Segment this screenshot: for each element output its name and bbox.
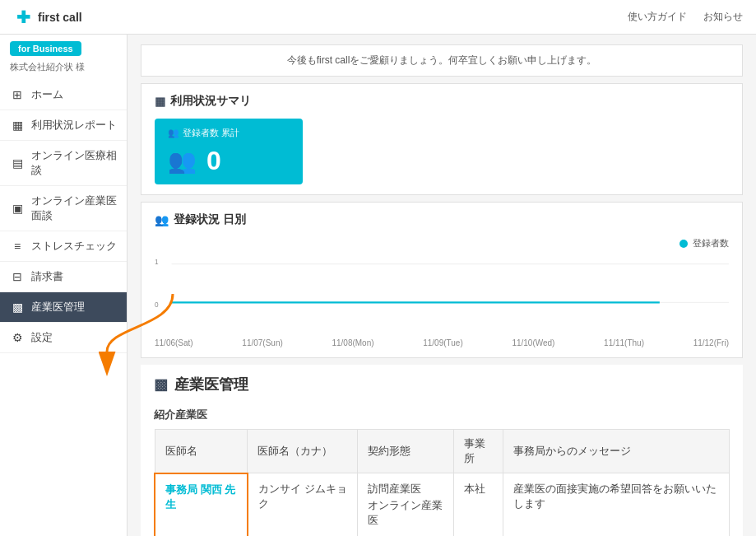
sidebar-item-label: オンライン医療相談 xyxy=(31,148,117,178)
sidebar-item-label: 設定 xyxy=(31,330,53,345)
table-header: 医師名 医師名（カナ） 契約形態 事業所 事務局からのメッセージ xyxy=(155,430,730,473)
card-number: 0 xyxy=(206,146,221,176)
sidebar-item-settings[interactable]: ⚙ 設定 xyxy=(0,323,127,353)
contract-type-0: 訪問産業医 xyxy=(368,482,443,496)
chart-section: 👥 登録状況 日別 登録者数 1 0 1 xyxy=(141,202,743,358)
page-wrapper: for Business 株式会社紹介状 様 ⊞ ホーム ▦ 利用状況レポート … xyxy=(0,35,756,536)
chart-label-6: 11/12(Fri) xyxy=(693,338,729,347)
chart-svg: 1 0 xyxy=(155,254,729,312)
legend-dot xyxy=(679,240,688,248)
sidebar-item-online-occupational[interactable]: ▣ オンライン産業医面談 xyxy=(0,186,127,231)
sidebar-item-label: 利用状況レポート xyxy=(31,118,117,133)
contract-types: 訪問産業医 オンライン産業医 xyxy=(368,482,443,528)
summary-cards: 👥 登録者数 累計 👥 0 xyxy=(155,119,729,184)
chart-label-4: 11/10(Wed) xyxy=(512,338,554,347)
th-contract: 契約形態 xyxy=(357,430,453,473)
top-message: 今後もfirst callをご愛顧りましょう。何卒宜しくお願い申し上げます。 xyxy=(141,44,743,77)
table-body: 事務局 関西 先生 カンサイ ジムキョク 訪問産業医 オンライン産業医 本社 産… xyxy=(155,473,730,537)
app-name: first call xyxy=(38,11,82,24)
mgmt-icon: ▩ xyxy=(10,301,25,314)
summary-title-icon: ▦ xyxy=(155,95,165,108)
chart-title-icon: 👥 xyxy=(155,213,169,226)
section-main-icon: ▩ xyxy=(154,375,168,394)
sidebar-item-billing[interactable]: ⊟ 請求書 xyxy=(0,262,127,292)
chart-label-2: 11/08(Mon) xyxy=(332,338,373,347)
card-value-row: 👥 0 xyxy=(168,146,290,176)
sidebar: for Business 株式会社紹介状 様 ⊞ ホーム ▦ 利用状況レポート … xyxy=(0,35,128,536)
content-area: 今後もfirst callをご愛顧りましょう。何卒宜しくお願い申し上げます。 ▦… xyxy=(128,35,756,536)
notification-link[interactable]: お知らせ xyxy=(703,10,743,24)
th-office: 事業所 xyxy=(453,430,503,473)
table-row: 事務局 関西 先生 カンサイ ジムキョク 訪問産業医 オンライン産業医 本社 産… xyxy=(155,473,730,537)
occupational-mgmt-section: ▩ 産業医管理 紹介産業医 医師名 医師名（カナ） 契約形態 事業所 事務局から… xyxy=(141,365,743,536)
summary-title: ▦ 利用状況サマリ xyxy=(155,94,729,109)
sidebar-item-stress-check[interactable]: ≡ ストレスチェック xyxy=(0,231,127,262)
chart-label-5: 11/11(Thu) xyxy=(604,338,644,347)
section-main-title: ▩ 産業医管理 xyxy=(154,365,730,401)
header: ✚ first call 使い方ガイド お知らせ xyxy=(0,0,756,35)
office-cell: 本社 xyxy=(453,473,503,537)
th-kana: 医師名（カナ） xyxy=(248,430,357,473)
stress-icon: ≡ xyxy=(10,240,25,253)
occupational-icon: ▣ xyxy=(10,202,25,215)
people-icon-large: 👥 xyxy=(168,147,197,175)
sidebar-item-label: 産業医管理 xyxy=(31,300,85,315)
sidebar-item-label: ストレスチェック xyxy=(31,239,117,254)
table-header-row: 医師名 医師名（カナ） 契約形態 事業所 事務局からのメッセージ xyxy=(155,430,730,473)
sidebar-item-usage-report[interactable]: ▦ 利用状況レポート xyxy=(0,110,127,141)
chart-legend: 登録者数 xyxy=(155,237,729,249)
sidebar-item-occupational-mgmt[interactable]: ▩ 産業医管理 xyxy=(0,292,127,323)
report-icon: ▦ xyxy=(10,119,25,132)
sidebar-item-label: 請求書 xyxy=(31,269,63,284)
doctor-name-link[interactable]: 事務局 関西 先生 xyxy=(165,483,235,510)
cross-icon: ✚ xyxy=(16,7,30,27)
logo: ✚ first call xyxy=(13,7,82,27)
chart-label-3: 11/09(Tue) xyxy=(423,338,463,347)
svg-text:0: 0 xyxy=(155,301,159,310)
card-title: 👥 登録者数 累計 xyxy=(168,127,290,139)
th-message: 事務局からのメッセージ xyxy=(503,430,730,473)
intro-label: 紹介産業医 xyxy=(154,401,730,429)
chart-area: 1 0 xyxy=(155,254,729,337)
medical-icon: ▤ xyxy=(10,156,25,170)
business-badge: for Business xyxy=(10,41,81,56)
sidebar-nav: ⊞ ホーム ▦ 利用状況レポート ▤ オンライン医療相談 ▣ オンライン産業医面… xyxy=(0,80,127,536)
home-icon: ⊞ xyxy=(10,88,25,101)
registered-users-card: 👥 登録者数 累計 👥 0 xyxy=(155,119,303,184)
chart-title: 👥 登録状況 日別 xyxy=(155,212,729,227)
usage-guide-link[interactable]: 使い方ガイド xyxy=(628,10,687,24)
th-name: 医師名 xyxy=(155,430,248,473)
sidebar-item-home[interactable]: ⊞ ホーム xyxy=(0,80,127,110)
company-name: 株式会社紹介状 様 xyxy=(0,59,127,80)
intro-section: 紹介産業医 医師名 医師名（カナ） 契約形態 事業所 事務局からのメッセージ xyxy=(154,401,730,536)
summary-section: ▦ 利用状況サマリ 👥 登録者数 累計 👥 0 xyxy=(141,83,743,195)
doctor-kana-cell: カンサイ ジムキョク xyxy=(248,473,357,537)
billing-icon: ⊟ xyxy=(10,270,25,283)
sidebar-item-label: オンライン産業医面談 xyxy=(31,193,117,223)
svg-text:1: 1 xyxy=(155,257,159,266)
chart-label-1: 11/07(Sun) xyxy=(242,338,282,347)
contract-type-cell: 訪問産業医 オンライン産業医 xyxy=(357,473,453,537)
doctor-name-cell: 事務局 関西 先生 xyxy=(155,473,248,537)
sidebar-item-label: ホーム xyxy=(31,87,63,102)
message-cell: 産業医の面接実施の希望回答をお願いいたします xyxy=(503,473,730,537)
header-nav: 使い方ガイド お知らせ xyxy=(628,10,743,24)
legend-label: 登録者数 xyxy=(693,237,729,249)
contract-type-1: オンライン産業医 xyxy=(368,498,443,528)
people-small-icon: 👥 xyxy=(168,128,179,138)
chart-label-0: 11/06(Sat) xyxy=(155,338,193,347)
sidebar-item-online-medical[interactable]: ▤ オンライン医療相談 xyxy=(0,141,127,186)
settings-icon: ⚙ xyxy=(10,331,25,344)
chart-labels: 11/06(Sat) 11/07(Sun) 11/08(Mon) 11/09(T… xyxy=(155,338,729,347)
doctor-table: 医師名 医師名（カナ） 契約形態 事業所 事務局からのメッセージ 事務局 関西 … xyxy=(154,429,730,536)
logo-icon: ✚ xyxy=(13,7,33,27)
